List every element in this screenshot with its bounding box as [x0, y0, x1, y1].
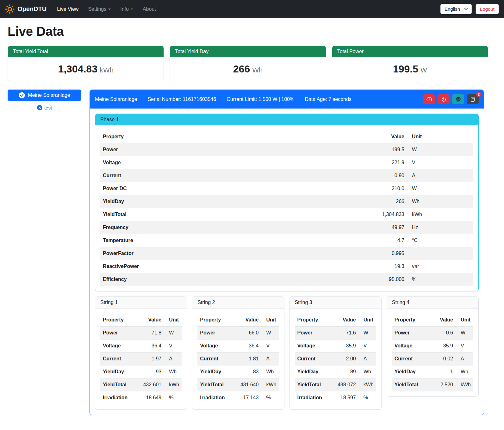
string-table: Property Value Unit Power 66.0 [197, 314, 279, 404]
property-cell: Power [100, 143, 284, 156]
value-cell: 35.9 [431, 340, 456, 352]
journal-text-icon [470, 97, 475, 102]
column-value: Value [431, 314, 456, 327]
unit-cell: A [164, 352, 182, 365]
summary-cards-row: Total Yield Total 1,304.83kWh Total Yiel… [8, 46, 488, 81]
unit-cell: V [164, 340, 182, 352]
column-property: Property [100, 130, 284, 143]
unit-cell: Wh [358, 365, 376, 378]
column-value: Value [284, 130, 407, 143]
value-cell: 49.97 [284, 221, 407, 234]
device-info-button[interactable] [452, 94, 464, 104]
property-cell: Current [295, 352, 331, 365]
value-cell: 199.5 [284, 143, 407, 156]
value-cell: 95.000 [284, 273, 407, 286]
nav-about[interactable]: About [138, 4, 161, 15]
column-value: Value [330, 314, 358, 327]
table-row: YieldDay 83 Wh [197, 365, 279, 378]
unit-cell: kWh [164, 378, 182, 391]
unit-cell: Wh [456, 365, 473, 378]
inverter-name: Meine Solaranlage [95, 97, 137, 102]
value-cell: 0.90 [284, 169, 407, 182]
inverter-limit: Current Limit: 1,500 W | 100% [227, 97, 294, 102]
value-cell: 36.4 [136, 340, 164, 352]
value-cell: 221.9 [284, 156, 407, 169]
property-cell: YieldTotal [392, 378, 431, 391]
property-cell: Voltage [100, 156, 284, 169]
card-value: 199.5 [393, 63, 418, 75]
string-card-4: String 4 Property Value Unit [387, 296, 479, 397]
unit-cell: W [456, 327, 473, 340]
event-log-button[interactable]: 2 [467, 94, 479, 104]
nav-settings[interactable]: Settings [83, 4, 115, 15]
table-header-row: Property Value Unit [100, 314, 182, 327]
table-row: Power 71.6 W [295, 327, 376, 340]
unit-cell: A [456, 352, 473, 365]
value-cell: 2.520 [431, 378, 456, 391]
inverter-select-button[interactable]: Meine Solaranlage [8, 90, 81, 101]
unit-cell: Wh [164, 365, 182, 378]
table-row: Temperature 4.7 °C [100, 234, 473, 247]
value-cell: 210.0 [284, 182, 407, 195]
column-unit: Unit [407, 130, 473, 143]
sidebar-item-test[interactable]: test [8, 105, 81, 110]
limit-settings-button[interactable] [423, 94, 435, 104]
value-cell: 1.97 [136, 352, 164, 365]
property-cell: Power [197, 327, 233, 340]
property-cell: Current [100, 169, 284, 182]
unit-cell: % [407, 273, 473, 286]
property-cell: Current [100, 352, 136, 365]
table-header-row: Property Value Unit [100, 130, 473, 143]
table-row: Current 2.00 A [295, 352, 376, 365]
unit-cell: % [261, 391, 279, 404]
string-card-1: String 1 Property Value Unit [95, 296, 187, 410]
unit-cell: kWh [358, 378, 376, 391]
nav-label: Info [120, 6, 129, 12]
unit-cell: Hz [407, 221, 473, 234]
card-total-yield-total: Total Yield Total 1,304.83kWh [8, 46, 164, 81]
property-cell: YieldDay [100, 365, 136, 378]
string-table: Property Value Unit Power 71.6 [295, 314, 376, 404]
unit-cell: kWh [261, 378, 279, 391]
card-title: Total Yield Total [8, 46, 164, 57]
string-card-title: String 1 [95, 297, 187, 308]
power-settings-button[interactable] [438, 94, 450, 104]
nav-links: Live View Settings Info About [52, 4, 440, 15]
property-cell: Temperature [100, 234, 284, 247]
chevron-down-icon [131, 9, 133, 10]
nav-info[interactable]: Info [115, 4, 138, 15]
property-cell: YieldDay [392, 365, 431, 378]
property-cell: YieldTotal [295, 378, 331, 391]
property-cell: Frequency [100, 221, 284, 234]
table-row: YieldTotal 438.072 kWh [295, 378, 376, 391]
unit-cell: kWh [407, 208, 473, 221]
nav-right: English Logout [440, 4, 499, 14]
inverter-data-age: Data Age: 7 seconds [305, 97, 352, 102]
property-cell: ReactivePower [100, 260, 284, 273]
value-cell: 266 [284, 195, 407, 208]
language-select[interactable]: English [440, 4, 472, 14]
unit-cell: V [456, 340, 473, 352]
column-value: Value [136, 314, 164, 327]
nav-live-view[interactable]: Live View [52, 4, 83, 15]
language-value: English [445, 6, 460, 12]
value-cell: 89 [330, 365, 358, 378]
property-cell: YieldDay [197, 365, 233, 378]
table-header-row: Property Value Unit [295, 314, 376, 327]
table-row: Irradiation 18.649 % [100, 391, 182, 404]
property-cell: YieldTotal [100, 378, 136, 391]
value-cell: 0.995 [284, 247, 407, 260]
card-title: Total Power [332, 46, 488, 57]
unit-cell [407, 247, 473, 260]
property-cell: YieldTotal [197, 378, 233, 391]
value-cell: 438.072 [330, 378, 358, 391]
logout-button[interactable]: Logout [476, 4, 499, 14]
card-value: 1,304.83 [58, 63, 97, 75]
string-table: Property Value Unit Power 71.8 [100, 314, 182, 404]
property-cell: YieldTotal [100, 208, 284, 221]
card-unit: kWh [100, 66, 114, 74]
brand[interactable]: OpenDTU [5, 4, 47, 14]
value-cell: 19.3 [284, 260, 407, 273]
card-title: Total Yield Day [170, 46, 326, 57]
column-property: Property [392, 314, 431, 327]
